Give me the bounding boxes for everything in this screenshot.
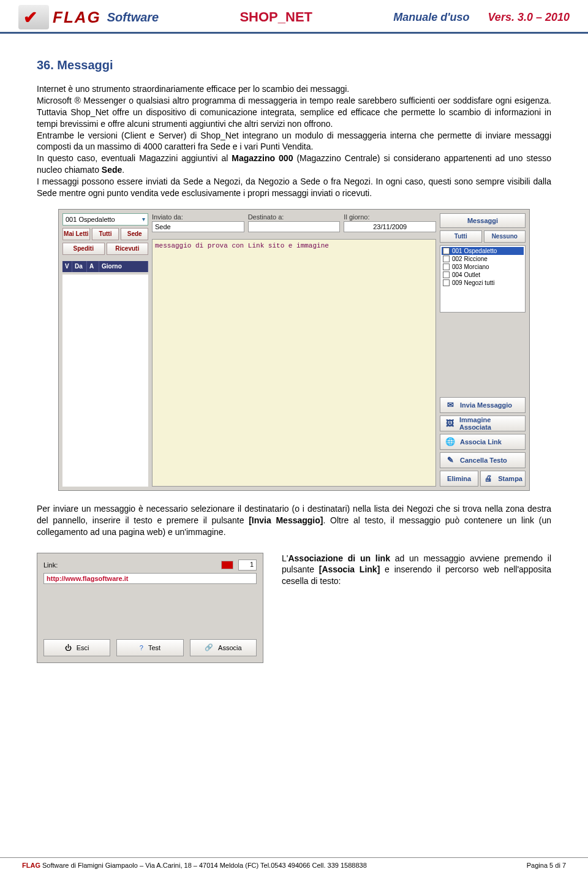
btn-label: Esci: [77, 644, 89, 651]
list-item[interactable]: 009 Negozi tutti: [442, 279, 524, 287]
globe-icon: 🌐: [445, 437, 455, 447]
body-text-block-2: Per inviare un messaggio è necessario se…: [37, 503, 551, 538]
header-manual: Manuale d'uso: [393, 11, 469, 24]
lbl-il-giorno: Il giorno:: [344, 213, 436, 221]
image-icon: 🖼: [445, 419, 454, 428]
btn-stampa[interactable]: 🖨Stampa: [480, 471, 526, 487]
btn-tutti[interactable]: Tutti: [92, 228, 119, 240]
list-item[interactable]: 004 Outlet: [442, 271, 524, 279]
btn-label: Associa: [218, 644, 242, 651]
checkbox-icon[interactable]: [443, 279, 450, 286]
printer-icon: 🖨: [483, 474, 493, 484]
section-title: 36. Messaggi: [37, 58, 551, 72]
lbl-destinato-a: Destinato a:: [248, 213, 341, 221]
paragraph-2: Microsoft ® Messenger o qualsiasi altro …: [37, 95, 551, 130]
checkbox-icon[interactable]: [443, 256, 450, 262]
btn-label: Stampa: [498, 475, 522, 482]
list-item[interactable]: 001 Ospedaletto: [442, 247, 524, 255]
btn-cancella-testo[interactable]: ✎Cancella Testo: [440, 452, 526, 468]
paragraph-3: Entrambe le versioni (Client e Server) d…: [37, 130, 551, 153]
btn-label: Elimina: [447, 475, 471, 482]
list-item-label: 003 Morciano: [452, 264, 489, 270]
shops-list[interactable]: 001 Ospedaletto 002 Riccione 003 Morcian…: [440, 245, 526, 313]
body-text-block: Internet è uno strumento straordinariame…: [37, 83, 551, 199]
th-da: Da: [72, 261, 87, 272]
paragraph-6: Per inviare un messaggio è necessario se…: [37, 503, 551, 538]
btn-label: Test: [148, 644, 160, 651]
btn-select-tutti[interactable]: Tutti: [440, 230, 482, 243]
p4-e: .: [122, 165, 124, 175]
p6-b: [Invia Messaggio]: [249, 515, 323, 525]
paragraph-7: L'Associazione di un link ad un messaggi…: [282, 553, 551, 588]
link-number-input[interactable]: 1: [238, 559, 257, 571]
send-icon: ✉: [445, 400, 455, 410]
screenshot-link-dialog: Link: 1 http://www.flagsoftware.it ⏻Esci…: [37, 553, 263, 663]
p7-d: [Associa Link]: [319, 564, 380, 574]
paragraph-1: Internet è uno strumento straordinariame…: [37, 83, 551, 95]
btn-test[interactable]: ?Test: [116, 639, 183, 656]
p4-a: In questo caso, eventuali Magazzini aggi…: [37, 153, 232, 163]
checkbox-icon[interactable]: [443, 271, 450, 278]
link-icon: 🔗: [205, 643, 213, 651]
list-item-label: 001 Ospedaletto: [452, 248, 497, 254]
p4-b: Magazzino 000: [232, 153, 293, 163]
shop-select-value: 001 Ospedaletto: [66, 216, 115, 223]
checkbox-icon[interactable]: [443, 248, 450, 254]
lbl-link: Link:: [43, 561, 66, 569]
btn-select-nessuno[interactable]: Nessuno: [484, 230, 526, 243]
footer-flag: FLAG: [22, 862, 40, 869]
header-version: Vers. 3.0 – 2010: [488, 11, 570, 24]
paragraph-4: In questo caso, eventuali Magazzini aggi…: [37, 153, 551, 176]
btn-esci[interactable]: ⏻Esci: [43, 639, 110, 656]
header-software: Software: [107, 10, 159, 25]
table-header: V Da A Giorno: [62, 261, 148, 272]
th-giorno: Giorno: [99, 261, 148, 272]
footer-page-number: Pagina 5 di 7: [527, 862, 566, 869]
inp-il-giorno[interactable]: 23/11/2009: [344, 221, 436, 232]
btn-associa-link[interactable]: 🌐Associa Link: [440, 434, 526, 450]
table-body[interactable]: [62, 275, 148, 487]
btn-ricevuti[interactable]: Ricevuti: [107, 243, 149, 255]
btn-associa[interactable]: 🔗Associa: [190, 639, 257, 656]
list-item-label: 002 Riccione: [452, 256, 488, 262]
left-panel: 001 Ospedaletto ▾ Mai Letti Tutti Sede S…: [62, 213, 148, 487]
btn-spediti[interactable]: Spediti: [62, 243, 105, 255]
list-item-label: 004 Outlet: [452, 271, 480, 278]
btn-label: Invia Messaggio: [460, 401, 512, 409]
exit-icon: ⏻: [65, 644, 72, 651]
checkbox-icon[interactable]: [443, 264, 450, 270]
shop-select[interactable]: 001 Ospedaletto ▾: [62, 213, 148, 226]
list-item-label: 009 Negozi tutti: [452, 279, 495, 286]
inp-destinato-a[interactable]: [248, 221, 341, 232]
logo-area: ✔ FLAG Software: [18, 5, 159, 29]
list-item[interactable]: 002 Riccione: [442, 255, 524, 263]
th-a: A: [87, 261, 99, 272]
link-row: Link: 1 http://www.flagsoftware.it ⏻Esci…: [37, 553, 551, 663]
list-item[interactable]: 003 Morciano: [442, 263, 524, 271]
screenshot-messages-panel: 001 Ospedaletto ▾ Mai Letti Tutti Sede S…: [58, 209, 530, 491]
link-url-input[interactable]: http://www.flagsoftware.it: [43, 573, 257, 584]
logo-text: FLAG: [53, 8, 101, 27]
btn-invia-messaggio[interactable]: ✉Invia Messaggio: [440, 397, 526, 413]
inp-inviato-da[interactable]: Sede: [152, 221, 244, 232]
btn-sede[interactable]: Sede: [121, 228, 148, 240]
p7-a: L': [282, 553, 288, 563]
logo-icon: ✔: [18, 5, 49, 29]
btn-elimina[interactable]: Elimina: [440, 471, 478, 487]
btn-label: Cancella Testo: [460, 457, 507, 464]
footer-address: Software di Flamigni Giampaolo – Via A.C…: [40, 862, 367, 869]
lbl-inviato-da: Inviato da:: [152, 213, 244, 221]
erase-icon: ✎: [445, 455, 455, 465]
p7-b: Associazione di un link: [288, 553, 390, 563]
btn-mai-letti[interactable]: Mai Letti: [62, 228, 90, 240]
btn-label: Immagine Associata: [459, 416, 520, 431]
btn-messaggi-header[interactable]: Messaggi: [440, 213, 526, 228]
btn-immagine-associata[interactable]: 🖼Immagine Associata: [440, 415, 526, 431]
btn-label: Associa Link: [460, 438, 502, 446]
message-textarea[interactable]: messaggio di prova con Link sito e immag…: [152, 239, 436, 487]
chevron-down-icon: ▾: [142, 216, 145, 222]
paragraph-5: I messaggi possono essere inviati da Sed…: [37, 176, 551, 199]
page-header: ✔ FLAG Software SHOP_NET Manuale d'uso V…: [0, 0, 588, 34]
th-v: V: [62, 261, 72, 272]
flag-icon: [221, 561, 233, 569]
